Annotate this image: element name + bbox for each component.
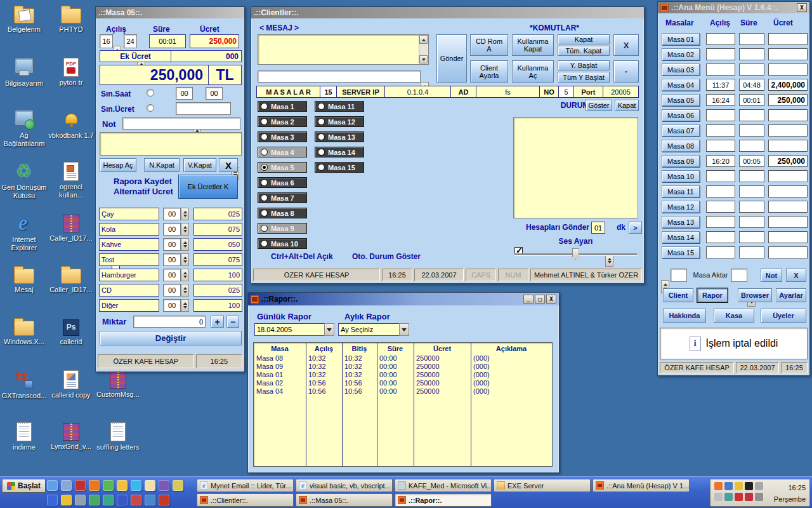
send-now-button[interactable]: > xyxy=(629,222,642,234)
quick-launch-icon[interactable] xyxy=(103,495,114,505)
anamenu-sure-field[interactable] xyxy=(739,109,764,121)
quick-launch-icon[interactable] xyxy=(75,495,86,505)
slider-thumb[interactable] xyxy=(572,248,579,260)
anamenu-acilis-field[interactable] xyxy=(706,140,735,152)
item-price-field[interactable]: 100 xyxy=(193,299,242,312)
goster-button[interactable]: Göster xyxy=(586,100,612,111)
tray-icon[interactable] xyxy=(745,493,753,501)
item-price-field[interactable]: 050 xyxy=(193,238,242,251)
desktop-icon[interactable]: indirme xyxy=(1,422,47,472)
anamenu-masa-button[interactable]: Masa 08 xyxy=(662,140,700,152)
anamenu-acilis-field[interactable] xyxy=(706,124,735,137)
browser-button[interactable]: Browser xyxy=(738,288,772,302)
masa-toggle-button[interactable]: Masa 2 xyxy=(258,116,307,127)
anamenu-ucret-field[interactable]: 250,000 xyxy=(768,155,808,167)
anamenu-acilis-field[interactable] xyxy=(706,201,735,213)
item-qty-field[interactable]: 00 xyxy=(163,238,181,251)
quick-launch-icon[interactable] xyxy=(117,495,128,505)
tray-icon[interactable] xyxy=(724,482,733,490)
masa-aktar-source-field[interactable] xyxy=(671,269,687,282)
desktop-icon[interactable]: PHTYD xyxy=(48,5,94,56)
komutlar-minimize-button[interactable]: - xyxy=(613,60,639,83)
quick-launch-icon[interactable] xyxy=(61,480,72,491)
anamenu-masa-button[interactable]: Masa 10 xyxy=(662,170,700,182)
task-button[interactable]: visual basic, vb, vbscript... xyxy=(296,479,393,492)
task-button[interactable]: .::Clientler::. xyxy=(197,493,294,507)
desktop-icon[interactable]: Caller_ID17... xyxy=(48,213,94,264)
quick-launch-icon[interactable] xyxy=(131,480,141,491)
interval-field[interactable]: 01 xyxy=(591,222,605,234)
scroll-up-icon[interactable] xyxy=(419,36,428,44)
item-name-field[interactable]: Çay xyxy=(99,208,159,220)
masa-toggle-button[interactable]: Masa 9 xyxy=(258,223,307,234)
tray-icon[interactable] xyxy=(714,493,723,501)
client-button[interactable]: Client xyxy=(663,288,693,302)
aylik-rapor-combo[interactable]: Ay Seçiniz xyxy=(338,323,409,336)
anamenu-acilis-field[interactable] xyxy=(706,231,735,243)
anamenu-ucret-field[interactable] xyxy=(768,140,808,152)
anamenu-masa-button[interactable]: Masa 11 xyxy=(662,185,700,197)
desktop-icon[interactable]: Belgelerim xyxy=(1,5,47,56)
item-name-field[interactable]: CD xyxy=(99,284,159,297)
anamenu-ucret-field[interactable] xyxy=(768,170,808,182)
masa-toggle-button[interactable]: Masa 6 xyxy=(258,177,307,188)
table-row[interactable]: Masa 04 10:56 10:56 00:00 250000 (000) xyxy=(254,387,552,395)
task-button[interactable]: Mynet Email :: Lider, Tür... xyxy=(197,479,294,492)
item-qty-field[interactable]: 00 xyxy=(163,284,181,297)
anamenu-ucret-field[interactable] xyxy=(768,246,808,258)
desktop-icon[interactable]: Caller_ID17... xyxy=(48,265,94,316)
masa05-titlebar[interactable]: .::Masa 05::. xyxy=(96,7,244,18)
desktop-icon[interactable]: Bilgisayarım xyxy=(1,57,47,108)
anamenu-acilis-field[interactable] xyxy=(706,33,735,45)
gunluk-rapor-combo[interactable]: 18.04.2005 xyxy=(254,323,334,336)
ayarlar-button[interactable]: Ayarlar xyxy=(776,288,806,302)
rapor-titlebar[interactable]: .::Rapor::. _ □ X xyxy=(248,293,559,305)
v-kapat-button[interactable]: V.Kapat xyxy=(183,158,216,172)
desktop-icon[interactable]: suffling letters xyxy=(95,422,141,472)
anamenu-ucret-field[interactable] xyxy=(768,231,808,243)
quick-launch-icon[interactable] xyxy=(61,495,72,505)
anamenu-masa-button[interactable]: Masa 02 xyxy=(662,48,700,60)
uyeler-button[interactable]: Üyeler xyxy=(761,309,806,323)
anamenu-sure-field[interactable] xyxy=(739,231,764,243)
anamenu-masa-button[interactable]: Masa 13 xyxy=(662,216,700,228)
anamenu-masa-button[interactable]: Masa 15 xyxy=(662,246,700,258)
sin-saat-radio[interactable] xyxy=(147,89,154,97)
desktop-icon[interactable]: callerid xyxy=(48,318,94,368)
close-button[interactable]: X xyxy=(219,158,238,172)
minimize-icon[interactable]: _ xyxy=(523,295,534,304)
tray-icon[interactable] xyxy=(755,482,763,490)
tray-icon[interactable] xyxy=(745,482,753,490)
desktop-icon[interactable]: Ağ Bağlantılarım xyxy=(1,109,47,160)
anamenu-sure-field[interactable] xyxy=(739,64,764,76)
anamenu-sure-field[interactable] xyxy=(739,201,764,213)
miktar-plus-button[interactable]: + xyxy=(211,316,224,328)
start-button[interactable]: Başlat xyxy=(2,479,46,493)
acilis-hour-field[interactable]: 16 xyxy=(100,34,113,48)
item-price-field[interactable]: 025 xyxy=(193,208,242,220)
masa-toggle-button[interactable]: Masa 14 xyxy=(315,147,364,157)
anamenu-ucret-field[interactable] xyxy=(768,48,808,60)
anamenu-ucret-field[interactable] xyxy=(768,64,808,76)
quick-launch-icon[interactable] xyxy=(89,480,100,491)
anamenu-sure-field[interactable] xyxy=(739,170,764,182)
anamenu-acilis-field[interactable] xyxy=(706,109,735,121)
anamenu-masa-button[interactable]: Masa 01 xyxy=(662,33,700,45)
maximize-icon[interactable]: □ xyxy=(535,295,545,304)
task-button[interactable]: KAFE_Med - Microsoft Vi... xyxy=(395,479,492,492)
komutlar-close-button[interactable]: X xyxy=(613,34,639,56)
tray-icon[interactable] xyxy=(735,493,743,501)
task-button[interactable]: EXE Server xyxy=(494,479,591,492)
sin-ucret-field[interactable] xyxy=(176,102,231,115)
anamenu-masa-button[interactable]: Masa 12 xyxy=(662,201,700,213)
masa-toggle-button[interactable]: Masa 7 xyxy=(258,192,307,203)
anamenu-sure-field[interactable] xyxy=(739,246,764,258)
task-button[interactable]: .::Ana Menü (Hesap) V 1... xyxy=(593,479,690,492)
kullanima-kapat-button[interactable]: Kullanıma Kapat xyxy=(512,34,554,56)
quick-launch-icon[interactable] xyxy=(89,495,100,505)
sin-saat-min-field[interactable]: 00 xyxy=(206,87,223,100)
masa-toggle-button[interactable]: Masa 12 xyxy=(315,116,364,127)
desktop-icon[interactable]: Windows.X... xyxy=(1,318,47,368)
x-button[interactable]: X xyxy=(786,269,806,282)
table-row[interactable]: Masa 09 10:32 10:32 00:00 250000 (000) xyxy=(254,362,552,370)
